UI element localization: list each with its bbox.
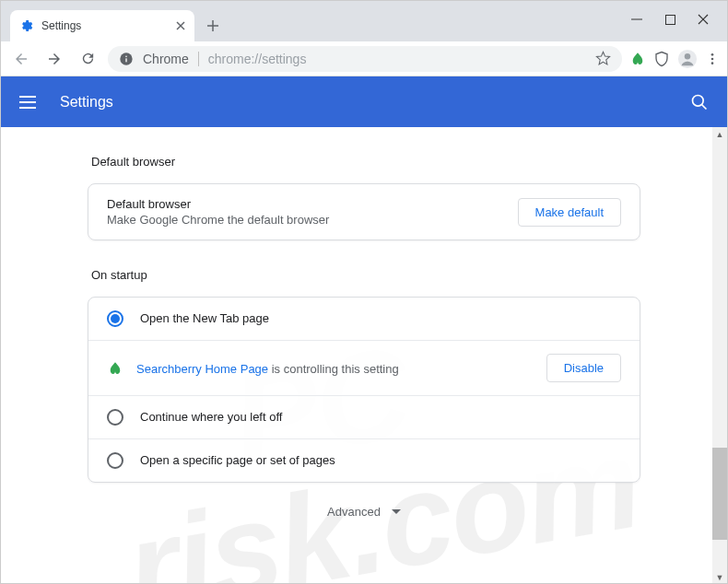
svg-point-16 xyxy=(711,62,714,64)
url-text: chrome://settings xyxy=(208,52,307,66)
maximize-button[interactable] xyxy=(664,14,675,25)
default-browser-label: Default browser xyxy=(107,197,329,211)
forward-button[interactable] xyxy=(41,46,67,72)
page-title: Settings xyxy=(60,94,113,111)
profile-avatar[interactable] xyxy=(677,49,698,69)
startup-option-continue[interactable]: Continue where you left off xyxy=(88,396,640,439)
hamburger-menu-button[interactable] xyxy=(19,91,41,113)
default-browser-card: Default browser Make Google Chrome the d… xyxy=(88,183,640,240)
address-bar[interactable]: Chrome chrome://settings xyxy=(108,46,622,72)
disable-button[interactable]: Disable xyxy=(546,354,621,382)
url-chip: Chrome xyxy=(143,52,189,66)
scroll-down-button[interactable]: ▼ xyxy=(712,570,727,584)
advanced-toggle[interactable]: Advanced xyxy=(327,483,401,541)
svg-point-13 xyxy=(685,53,690,59)
minimize-button[interactable] xyxy=(631,14,642,25)
browser-tab-settings[interactable]: Settings xyxy=(10,10,194,41)
section-title-default-browser: Default browser xyxy=(91,155,640,169)
radio-icon[interactable] xyxy=(107,452,123,469)
svg-point-15 xyxy=(711,57,714,60)
kebab-menu-icon[interactable] xyxy=(705,52,720,66)
radio-icon[interactable] xyxy=(107,409,123,426)
shield-extension-icon[interactable] xyxy=(653,51,670,67)
close-window-button[interactable] xyxy=(698,14,709,25)
startup-option-specific[interactable]: Open a specific page or set of pages xyxy=(88,439,640,482)
extension-link[interactable]: Searchberry Home Page xyxy=(136,362,268,376)
startup-card: Open the New Tab page Searchberry Home P… xyxy=(88,297,640,483)
make-default-button[interactable]: Make default xyxy=(518,198,621,227)
star-icon[interactable] xyxy=(595,51,611,66)
section-title-startup: On startup xyxy=(91,268,640,282)
leaf-extension-icon[interactable] xyxy=(629,51,646,67)
svg-rect-11 xyxy=(125,58,126,62)
gear-icon xyxy=(19,18,34,33)
svg-point-10 xyxy=(125,55,127,57)
leaf-icon xyxy=(107,360,123,377)
svg-rect-1 xyxy=(665,15,675,24)
chevron-down-icon xyxy=(392,509,401,515)
settings-header: Settings xyxy=(1,76,727,127)
close-tab-button[interactable] xyxy=(176,21,185,30)
toolbar: Chrome chrome://settings xyxy=(1,41,727,76)
svg-line-18 xyxy=(702,104,707,109)
back-button[interactable] xyxy=(8,46,34,72)
option-label: Open a specific page or set of pages xyxy=(140,453,335,467)
default-browser-sub: Make Google Chrome the default browser xyxy=(107,213,329,227)
svg-point-14 xyxy=(711,53,714,56)
site-info-icon[interactable] xyxy=(119,52,134,66)
content-area: PCrisk.com Default browser Default brows… xyxy=(1,127,727,584)
window-controls xyxy=(613,1,727,38)
reload-button[interactable] xyxy=(75,46,100,72)
option-label: Open the New Tab page xyxy=(140,311,269,325)
startup-option-new-tab[interactable]: Open the New Tab page xyxy=(88,298,640,341)
new-tab-button[interactable] xyxy=(200,13,226,39)
extension-control-notice: Searchberry Home Page is controlling thi… xyxy=(88,341,640,396)
radio-icon[interactable] xyxy=(107,310,123,327)
tab-title: Settings xyxy=(41,19,81,32)
advanced-label: Advanced xyxy=(327,505,381,519)
divider xyxy=(198,52,199,66)
extension-text: is controlling this setting xyxy=(268,362,399,376)
search-button[interactable] xyxy=(690,93,709,111)
option-label: Continue where you left off xyxy=(140,410,282,424)
svg-point-17 xyxy=(693,95,704,106)
